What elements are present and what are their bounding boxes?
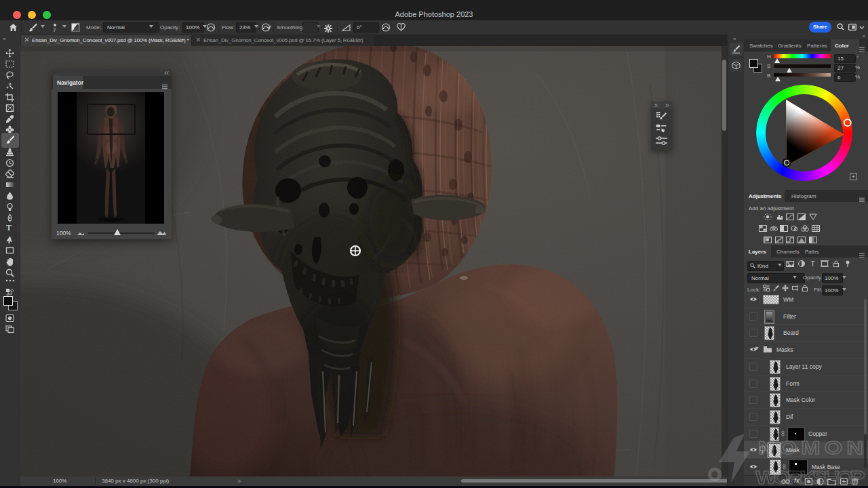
svg-text:T: T: [811, 260, 815, 268]
